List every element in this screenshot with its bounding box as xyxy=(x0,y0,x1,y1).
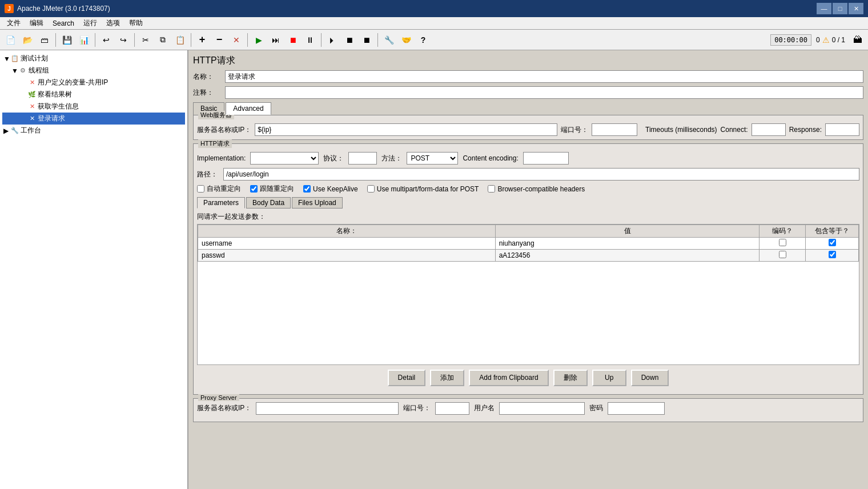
tree-item-workbench[interactable]: ▶ 🔧 工作台 xyxy=(2,125,185,137)
delete-button[interactable]: 删除 xyxy=(553,370,588,386)
proxy-pass-input[interactable] xyxy=(608,402,665,415)
add-param-button[interactable]: 添加 xyxy=(430,370,464,386)
method-select[interactable]: GET POST PUT DELETE HEAD OPTIONS PATCH T… xyxy=(407,152,458,165)
name-input[interactable] xyxy=(225,70,863,83)
copy-button[interactable]: ⧉ xyxy=(155,32,171,48)
helper-button[interactable]: 🤝 xyxy=(398,32,414,48)
multipart-checkbox[interactable] xyxy=(367,185,375,193)
toolbar-counter: 0 ⚠ 0 / 1 xyxy=(816,35,845,45)
new-button[interactable]: 📄 xyxy=(2,32,18,48)
expand-icon[interactable]: ▼ xyxy=(3,55,10,63)
encoding-input[interactable] xyxy=(523,152,569,165)
menu-search[interactable]: Search xyxy=(48,17,79,30)
path-input[interactable] xyxy=(223,168,859,181)
tree-item-thread-group[interactable]: ▼ ⚙ 线程组 xyxy=(2,65,185,77)
col-name: 名称： xyxy=(198,225,496,238)
auto-redirect-checkbox[interactable] xyxy=(197,185,204,193)
stop-button[interactable]: ⏹ xyxy=(285,32,301,48)
cut-button[interactable]: ✂ xyxy=(138,32,154,48)
undo-button[interactable]: ↩ xyxy=(98,32,114,48)
detail-button[interactable]: Detail xyxy=(388,370,426,386)
remote-stop-button[interactable]: ⏹ xyxy=(341,32,357,48)
empty-row xyxy=(198,262,859,364)
start-no-pause-button[interactable]: ⏭ xyxy=(268,32,284,48)
include-cb-2[interactable] xyxy=(829,251,836,258)
expand-icon-2[interactable]: ▼ xyxy=(11,67,18,75)
function-helper-button[interactable]: 🔧 xyxy=(381,32,397,48)
up-button[interactable]: Up xyxy=(592,370,626,386)
connect-input[interactable] xyxy=(752,123,786,136)
sub-tab-files-upload[interactable]: Files Upload xyxy=(292,197,343,209)
browser-headers-check[interactable]: Browser-compatible headers xyxy=(488,185,585,193)
add-button[interactable]: + xyxy=(194,32,210,48)
server-ip-input[interactable] xyxy=(255,123,557,136)
close-button[interactable]: ✕ xyxy=(849,3,863,14)
warning-count: 0 xyxy=(816,36,820,44)
right-panel: HTTP请求 名称： 注释： Basic Advanced Web服务器 服务器… xyxy=(188,50,868,489)
logo-button[interactable]: 🏔 xyxy=(850,32,866,48)
save-as-button[interactable]: 📊 xyxy=(76,32,92,48)
sub-tab-body-data[interactable]: Body Data xyxy=(246,197,291,209)
follow-redirect-check[interactable]: 跟随重定向 xyxy=(250,184,294,194)
open-button[interactable]: 📂 xyxy=(19,32,35,48)
web-server-section: Web服务器 服务器名称或IP： 端口号： Timeouts (millisec… xyxy=(193,115,863,140)
name-label: 名称： xyxy=(193,72,222,82)
start-button[interactable]: ▶ xyxy=(251,32,267,48)
comment-label: 注释： xyxy=(193,88,222,98)
multipart-check[interactable]: Use multipart/form-data for POST xyxy=(367,185,479,193)
encode-cb-2[interactable] xyxy=(779,251,786,258)
param-value-2: aA123456 xyxy=(495,250,760,262)
encode-cb-1[interactable] xyxy=(779,239,786,246)
tree-item-login-req[interactable]: ✕ 登录请求 xyxy=(2,113,185,125)
param-encode-1 xyxy=(760,238,806,250)
browser-headers-checkbox[interactable] xyxy=(488,185,495,193)
comment-input[interactable] xyxy=(225,86,863,99)
tree-item-test-plan[interactable]: ▼ 📋 测试计划 xyxy=(2,53,185,65)
test-plan-icon: 📋 xyxy=(10,54,19,63)
table-row: passwd aA123456 xyxy=(198,250,859,262)
save-button[interactable]: 💾 xyxy=(59,32,75,48)
follow-redirect-checkbox[interactable] xyxy=(250,185,258,193)
app-icon: J xyxy=(5,4,14,13)
sub-tab-parameters[interactable]: Parameters xyxy=(197,197,245,209)
tab-advanced[interactable]: Advanced xyxy=(226,102,271,115)
tree-item-view-results[interactable]: 🌿 察看结果树 xyxy=(2,89,185,101)
response-input[interactable] xyxy=(825,123,859,136)
new-icon: 📄 xyxy=(6,35,15,45)
keepalive-check[interactable]: Use KeepAlive xyxy=(303,185,358,193)
menu-edit[interactable]: 编辑 xyxy=(25,17,48,30)
params-table: 名称： 值 编码？ 包含等于？ username niuhanyang xyxy=(198,225,859,364)
add-clipboard-button[interactable]: Add from Clipboard xyxy=(469,370,548,386)
expand-icon-wb[interactable]: ▶ xyxy=(3,127,10,135)
options-checkboxes: 自动重定向 跟随重定向 Use KeepAlive Use multipart/… xyxy=(197,184,859,194)
menu-help[interactable]: 帮助 xyxy=(124,17,147,30)
down-button[interactable]: Down xyxy=(631,370,669,386)
tree-item-user-vars[interactable]: ✕ 用户定义的变量-共用IP xyxy=(2,77,185,89)
menu-run[interactable]: 运行 xyxy=(79,17,102,30)
remove-button[interactable]: − xyxy=(211,32,227,48)
remote-clear-button[interactable]: ⏹ xyxy=(359,32,375,48)
auto-redirect-check[interactable]: 自动重定向 xyxy=(197,184,241,194)
proxy-pass-label: 密码 xyxy=(589,403,603,413)
include-cb-1[interactable] xyxy=(829,239,836,246)
redo-button[interactable]: ↪ xyxy=(115,32,131,48)
param-value-1: niuhanyang xyxy=(495,238,760,250)
maximize-button[interactable]: □ xyxy=(833,3,847,14)
paste-button[interactable]: 📋 xyxy=(172,32,188,48)
clear-all-button[interactable]: ✕ xyxy=(228,32,244,48)
template-button[interactable]: 🗃 xyxy=(37,32,53,48)
remote-start-button[interactable]: ⏵ xyxy=(324,32,340,48)
proxy-user-input[interactable] xyxy=(499,402,585,415)
protocol-input[interactable] xyxy=(348,152,377,165)
menu-file[interactable]: 文件 xyxy=(2,17,25,30)
keepalive-checkbox[interactable] xyxy=(303,185,311,193)
implementation-select[interactable] xyxy=(250,152,319,165)
minimize-button[interactable]: — xyxy=(817,3,831,14)
port-input[interactable] xyxy=(592,123,637,136)
menu-options[interactable]: 选项 xyxy=(102,17,124,30)
proxy-server-input[interactable] xyxy=(256,402,399,415)
shutdown-button[interactable]: ⏸ xyxy=(302,32,318,48)
tree-item-get-student[interactable]: ✕ 获取学生信息 xyxy=(2,101,185,113)
proxy-port-input[interactable] xyxy=(435,402,469,415)
help-button[interactable]: ? xyxy=(415,32,431,48)
